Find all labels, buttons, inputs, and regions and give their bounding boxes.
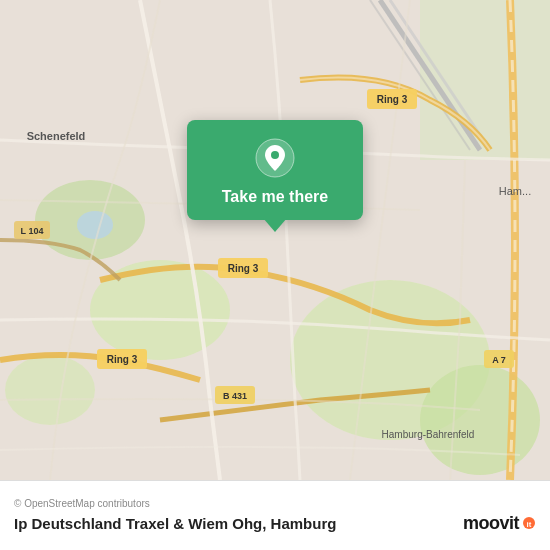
svg-point-5: [5, 355, 95, 425]
svg-text:Hamburg-Bahrenfeld: Hamburg-Bahrenfeld: [382, 429, 475, 440]
svg-text:Ham...: Ham...: [499, 185, 531, 197]
svg-text:Ring 3: Ring 3: [377, 94, 408, 105]
svg-text:Ring 3: Ring 3: [228, 263, 259, 274]
svg-text:L 104: L 104: [21, 226, 44, 236]
svg-point-27: [271, 151, 279, 159]
svg-text:B 431: B 431: [223, 391, 247, 401]
place-title: Ip Deutschland Traxel & Wiem Ohg, Hambur…: [14, 515, 336, 532]
svg-text:Schenefeld: Schenefeld: [27, 130, 86, 142]
svg-point-7: [77, 211, 113, 239]
moovit-logo-dot-icon: it: [522, 516, 536, 530]
svg-text:A 7: A 7: [492, 355, 506, 365]
location-pin-icon: [255, 138, 295, 178]
moovit-logo: moovit it: [463, 513, 536, 534]
map-attribution: © OpenStreetMap contributors: [14, 498, 536, 509]
take-me-there-popup[interactable]: Take me there: [187, 120, 363, 220]
svg-rect-6: [420, 0, 550, 160]
svg-text:Ring 3: Ring 3: [107, 354, 138, 365]
moovit-logo-text: moovit: [463, 513, 519, 534]
svg-text:it: it: [527, 520, 532, 529]
take-me-there-label: Take me there: [222, 188, 328, 206]
svg-point-4: [420, 365, 540, 475]
bottom-bar: © OpenStreetMap contributors Ip Deutschl…: [0, 480, 550, 550]
map-container: Ring 3 Ring 3 Ring 3 L 104 B 431 A 7 Sch…: [0, 0, 550, 480]
